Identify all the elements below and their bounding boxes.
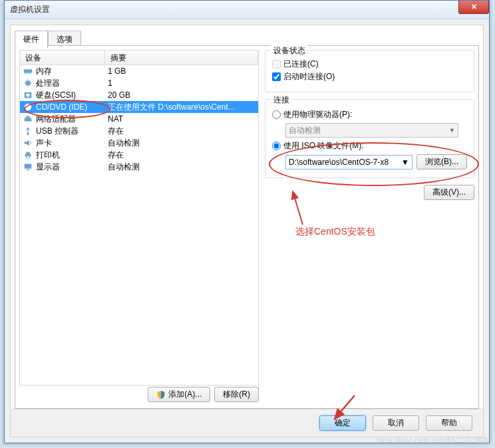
device-name: 处理器 xyxy=(36,78,108,89)
device-summary: 自动检测 xyxy=(108,138,258,149)
device-row-memory[interactable]: 内存1 GB xyxy=(20,65,258,77)
use-iso-input[interactable] xyxy=(272,142,281,150)
svg-rect-3 xyxy=(28,73,29,74)
svg-rect-1 xyxy=(25,73,25,74)
device-name: 网络适配器 xyxy=(36,114,108,125)
chevron-down-icon: ▼ xyxy=(401,158,409,167)
help-button[interactable]: 帮助 xyxy=(426,415,472,431)
svg-rect-15 xyxy=(26,116,29,118)
physical-drive-combo: 自动检测 ▼ xyxy=(285,123,458,138)
close-icon: ✕ xyxy=(471,3,477,11)
connect-at-poweron-checkbox[interactable]: 启动时连接(O) xyxy=(272,71,467,82)
use-physical-input[interactable] xyxy=(272,110,281,119)
svg-rect-21 xyxy=(26,156,29,158)
iso-path-combo[interactable]: D:\software\os\CentOS-7-x8 ▼ xyxy=(285,155,412,169)
list-header: 设备 摘要 xyxy=(20,51,258,65)
device-row-net[interactable]: 网络适配器NAT xyxy=(20,113,258,125)
status-group: 设备状态 已连接(C) 启动时连接(O) xyxy=(265,50,474,92)
dialog-window: 虚拟机设置 ✕ 硬件 选项 设备 摘要 内存1 GB处理器1硬盘(SCSI)20… xyxy=(4,0,490,443)
close-button[interactable]: ✕ xyxy=(458,1,489,14)
device-summary: 正在使用文件 D:\software\os\Cent... xyxy=(108,102,258,113)
svg-rect-4 xyxy=(30,73,31,74)
device-summary: 1 xyxy=(108,78,258,88)
advanced-button[interactable]: 高级(V)... xyxy=(424,185,474,200)
device-row-display[interactable]: 显示器自动检测 xyxy=(20,161,258,173)
usb-icon xyxy=(23,126,33,136)
ok-label: 确定 xyxy=(335,417,351,429)
device-name: 内存 xyxy=(36,66,108,77)
use-iso-radio[interactable]: 使用 ISO 映像文件(M): xyxy=(272,140,467,152)
help-label: 帮助 xyxy=(441,417,457,429)
svg-rect-2 xyxy=(26,73,27,74)
device-name: 声卡 xyxy=(36,138,108,149)
connect-at-poweron-label: 启动时连接(O) xyxy=(283,71,335,82)
net-icon xyxy=(23,114,33,124)
connect-at-poweron-input[interactable] xyxy=(272,72,281,81)
header-device[interactable]: 设备 xyxy=(20,51,105,64)
left-buttons: 添加(A)... 移除(R) xyxy=(19,387,259,404)
use-physical-radio[interactable]: 使用物理驱动器(P): xyxy=(272,109,467,120)
connection-group-title: 连接 xyxy=(271,94,292,106)
svg-rect-0 xyxy=(24,69,32,72)
right-panel: 设备状态 已连接(C) 启动时连接(O) 连接 xyxy=(265,50,474,404)
svg-rect-14 xyxy=(25,118,32,121)
add-button[interactable]: 添加(A)... xyxy=(148,387,210,402)
device-row-cd[interactable]: CD/DVD (IDE)正在使用文件 D:\software\os\Cent..… xyxy=(20,101,258,113)
tab-hardware[interactable]: 硬件 xyxy=(15,31,48,48)
svg-rect-22 xyxy=(25,164,32,169)
body-area: 硬件 选项 设备 摘要 内存1 GB处理器1硬盘(SCSI)20 GBCD/DV… xyxy=(5,19,489,443)
device-name: 硬盘(SCSI) xyxy=(36,90,108,101)
status-group-title: 设备状态 xyxy=(271,45,308,56)
device-row-cpu[interactable]: 处理器1 xyxy=(20,77,258,89)
window-title: 虚拟机设置 xyxy=(10,4,50,15)
cd-icon xyxy=(23,102,33,112)
advanced-label: 高级(V)... xyxy=(432,187,466,198)
cancel-button[interactable]: 取消 xyxy=(373,415,419,431)
device-row-printer[interactable]: 打印机存在 xyxy=(20,149,258,161)
device-list: 设备 摘要 内存1 GB处理器1硬盘(SCSI)20 GBCD/DVD (IDE… xyxy=(19,50,259,386)
device-name: 打印机 xyxy=(36,150,108,161)
add-label: 添加(A)... xyxy=(168,389,202,400)
use-iso-label: 使用 ISO 映像文件(M): xyxy=(283,140,364,152)
iso-path-text: D:\software\os\CentOS-7-x8 xyxy=(289,158,389,167)
shield-icon xyxy=(156,390,166,399)
autodetect-label: 自动检测 xyxy=(289,125,321,136)
svg-marker-18 xyxy=(25,140,29,146)
browse-button[interactable]: 浏览(B)... xyxy=(416,154,467,169)
use-physical-label: 使用物理驱动器(P): xyxy=(283,109,352,120)
header-summary[interactable]: 摘要 xyxy=(105,51,258,64)
browse-label: 浏览(B)... xyxy=(425,156,458,168)
watermark: https://blog.csdn.net/@51CTO博客 xyxy=(377,435,490,445)
cpu-icon xyxy=(23,78,33,88)
device-summary: 20 GB xyxy=(108,90,258,100)
device-row-disk[interactable]: 硬盘(SCSI)20 GB xyxy=(20,89,258,101)
device-summary: NAT xyxy=(108,114,258,124)
device-summary: 存在 xyxy=(108,150,258,161)
titlebar: 虚拟机设置 ✕ xyxy=(5,1,489,19)
chevron-down-icon: ▼ xyxy=(449,127,455,134)
remove-button[interactable]: 移除(R) xyxy=(214,387,259,402)
ok-button[interactable]: 确定 xyxy=(319,415,366,431)
advanced-row: 高级(V)... xyxy=(265,185,474,200)
svg-rect-5 xyxy=(26,81,31,86)
cancel-label: 取消 xyxy=(388,417,404,429)
device-summary: 1 GB xyxy=(108,66,258,76)
device-row-usb[interactable]: USB 控制器存在 xyxy=(20,125,258,137)
memory-icon xyxy=(23,66,33,76)
svg-point-13 xyxy=(27,106,29,108)
svg-rect-20 xyxy=(26,152,29,154)
connection-group: 连接 使用物理驱动器(P): 自动检测 ▼ 使用 ISO 映像文件(M): xyxy=(265,99,474,178)
printer-icon xyxy=(23,150,33,160)
display-icon xyxy=(23,162,33,172)
device-summary: 存在 xyxy=(108,126,258,137)
iso-line: D:\software\os\CentOS-7-x8 ▼ 浏览(B)... xyxy=(285,154,467,169)
connected-input[interactable] xyxy=(272,60,281,68)
tab-content: 设备 摘要 内存1 GB处理器1硬盘(SCSI)20 GBCD/DVD (IDE… xyxy=(15,45,479,409)
sound-icon xyxy=(23,138,33,148)
list-rows: 内存1 GB处理器1硬盘(SCSI)20 GBCD/DVD (IDE)正在使用文… xyxy=(20,65,258,173)
svg-point-11 xyxy=(26,93,29,96)
dialog-footer: 确定 取消 帮助 xyxy=(11,409,483,437)
connected-checkbox[interactable]: 已连接(C) xyxy=(272,58,467,70)
device-row-sound[interactable]: 声卡自动检测 xyxy=(20,137,258,149)
connected-label: 已连接(C) xyxy=(283,58,319,70)
